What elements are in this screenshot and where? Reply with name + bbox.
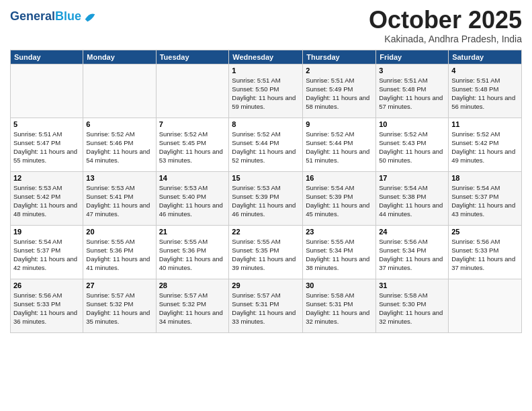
calendar-cell: 14Sunrise: 5:53 AM Sunset: 5:40 PM Dayli… [156,171,229,225]
day-number: 10 [379,120,445,128]
calendar-cell [11,64,83,118]
calendar-cell: 24Sunrise: 5:56 AM Sunset: 5:34 PM Dayli… [376,225,449,279]
header: GeneralBlue October 2025 Kakinada, Andhr… [10,7,522,44]
day-info: Sunrise: 5:58 AM Sunset: 5:31 PM Dayligh… [306,291,373,326]
calendar-cell: 21Sunrise: 5:55 AM Sunset: 5:36 PM Dayli… [156,225,229,279]
day-number: 2 [306,66,373,75]
calendar-week-0: 1Sunrise: 5:51 AM Sunset: 5:50 PM Daylig… [11,64,522,118]
day-info: Sunrise: 5:54 AM Sunset: 5:38 PM Dayligh… [379,183,445,219]
day-number: 28 [159,281,226,289]
calendar-cell: 28Sunrise: 5:57 AM Sunset: 5:32 PM Dayli… [156,279,229,332]
day-info: Sunrise: 5:56 AM Sunset: 5:34 PM Dayligh… [379,237,445,273]
logo: GeneralBlue [10,9,97,24]
day-number: 13 [86,174,152,182]
day-number: 16 [306,174,373,182]
day-info: Sunrise: 5:57 AM Sunset: 5:32 PM Dayligh… [159,291,226,326]
page: GeneralBlue October 2025 Kakinada, Andhr… [0,0,532,411]
day-info: Sunrise: 5:53 AM Sunset: 5:42 PM Dayligh… [13,183,80,219]
day-info: Sunrise: 5:55 AM Sunset: 5:34 PM Dayligh… [306,237,373,273]
day-number: 8 [232,120,300,128]
month-title: October 2025 [369,7,522,34]
day-number: 20 [86,228,152,236]
day-number: 24 [379,228,445,236]
day-info: Sunrise: 5:51 AM Sunset: 5:47 PM Dayligh… [13,130,80,165]
day-number: 6 [86,120,152,128]
calendar-week-2: 12Sunrise: 5:53 AM Sunset: 5:42 PM Dayli… [11,171,522,225]
day-info: Sunrise: 5:55 AM Sunset: 5:35 PM Dayligh… [232,237,300,273]
day-number: 22 [232,228,300,236]
calendar-cell [156,64,229,118]
day-info: Sunrise: 5:55 AM Sunset: 5:36 PM Dayligh… [159,237,226,273]
day-number: 5 [13,120,80,128]
day-number: 14 [159,174,226,182]
day-info: Sunrise: 5:56 AM Sunset: 5:33 PM Dayligh… [13,291,80,326]
calendar-week-4: 26Sunrise: 5:56 AM Sunset: 5:33 PM Dayli… [11,279,522,332]
day-number: 31 [379,281,445,289]
calendar-cell: 22Sunrise: 5:55 AM Sunset: 5:35 PM Dayli… [229,225,303,279]
calendar-cell: 9Sunrise: 5:52 AM Sunset: 5:44 PM Daylig… [303,118,376,171]
col-thursday: Thursday [303,50,376,64]
day-number: 7 [159,120,226,128]
subtitle: Kakinada, Andhra Pradesh, India [369,34,522,44]
logo-icon [83,9,97,24]
col-friday: Friday [376,50,449,64]
calendar-header-row: Sunday Monday Tuesday Wednesday Thursday… [11,50,522,64]
day-info: Sunrise: 5:58 AM Sunset: 5:30 PM Dayligh… [379,291,445,326]
day-info: Sunrise: 5:51 AM Sunset: 5:48 PM Dayligh… [379,76,445,111]
col-monday: Monday [83,50,156,64]
calendar-cell: 30Sunrise: 5:58 AM Sunset: 5:31 PM Dayli… [303,279,376,332]
day-number: 23 [306,228,373,236]
day-number: 30 [306,281,373,289]
col-wednesday: Wednesday [229,50,303,64]
calendar-cell: 26Sunrise: 5:56 AM Sunset: 5:33 PM Dayli… [11,279,83,332]
day-number: 25 [451,228,519,236]
calendar-cell: 29Sunrise: 5:57 AM Sunset: 5:31 PM Dayli… [229,279,303,332]
calendar-table: Sunday Monday Tuesday Wednesday Thursday… [10,50,522,333]
day-number: 3 [379,66,445,75]
day-number: 15 [232,174,300,182]
logo-text: GeneralBlue [10,10,81,24]
calendar-cell: 4Sunrise: 5:51 AM Sunset: 5:48 PM Daylig… [449,64,522,118]
calendar-cell: 12Sunrise: 5:53 AM Sunset: 5:42 PM Dayli… [11,171,83,225]
calendar-cell [83,64,156,118]
day-info: Sunrise: 5:51 AM Sunset: 5:48 PM Dayligh… [451,76,519,111]
day-number: 18 [451,174,519,182]
calendar-cell: 11Sunrise: 5:52 AM Sunset: 5:42 PM Dayli… [449,118,522,171]
calendar-cell: 5Sunrise: 5:51 AM Sunset: 5:47 PM Daylig… [11,118,83,171]
calendar-cell: 6Sunrise: 5:52 AM Sunset: 5:46 PM Daylig… [83,118,156,171]
title-block: October 2025 Kakinada, Andhra Pradesh, I… [369,7,522,44]
calendar-cell [449,279,522,332]
calendar-cell: 18Sunrise: 5:54 AM Sunset: 5:37 PM Dayli… [449,171,522,225]
calendar-cell: 15Sunrise: 5:53 AM Sunset: 5:39 PM Dayli… [229,171,303,225]
calendar-cell: 20Sunrise: 5:55 AM Sunset: 5:36 PM Dayli… [83,225,156,279]
day-number: 9 [306,120,373,128]
day-number: 4 [451,66,519,75]
day-info: Sunrise: 5:54 AM Sunset: 5:37 PM Dayligh… [451,183,519,219]
day-info: Sunrise: 5:53 AM Sunset: 5:41 PM Dayligh… [86,183,152,219]
calendar-cell: 17Sunrise: 5:54 AM Sunset: 5:38 PM Dayli… [376,171,449,225]
day-number: 29 [232,281,300,289]
day-info: Sunrise: 5:52 AM Sunset: 5:43 PM Dayligh… [379,130,445,165]
col-saturday: Saturday [449,50,522,64]
col-tuesday: Tuesday [156,50,229,64]
day-info: Sunrise: 5:57 AM Sunset: 5:32 PM Dayligh… [86,291,152,326]
calendar-cell: 19Sunrise: 5:54 AM Sunset: 5:37 PM Dayli… [11,225,83,279]
calendar-cell: 3Sunrise: 5:51 AM Sunset: 5:48 PM Daylig… [376,64,449,118]
calendar-cell: 23Sunrise: 5:55 AM Sunset: 5:34 PM Dayli… [303,225,376,279]
day-info: Sunrise: 5:54 AM Sunset: 5:39 PM Dayligh… [306,183,373,219]
calendar-cell: 25Sunrise: 5:56 AM Sunset: 5:33 PM Dayli… [449,225,522,279]
day-info: Sunrise: 5:52 AM Sunset: 5:44 PM Dayligh… [306,130,373,165]
day-number: 27 [86,281,152,289]
calendar-cell: 2Sunrise: 5:51 AM Sunset: 5:49 PM Daylig… [303,64,376,118]
day-number: 26 [13,281,80,289]
day-number: 17 [379,174,445,182]
day-info: Sunrise: 5:53 AM Sunset: 5:39 PM Dayligh… [232,183,300,219]
day-info: Sunrise: 5:52 AM Sunset: 5:42 PM Dayligh… [451,130,519,165]
calendar-week-1: 5Sunrise: 5:51 AM Sunset: 5:47 PM Daylig… [11,118,522,171]
day-info: Sunrise: 5:55 AM Sunset: 5:36 PM Dayligh… [86,237,152,273]
calendar-cell: 1Sunrise: 5:51 AM Sunset: 5:50 PM Daylig… [229,64,303,118]
day-number: 11 [451,120,519,128]
day-info: Sunrise: 5:52 AM Sunset: 5:46 PM Dayligh… [86,130,152,165]
day-info: Sunrise: 5:52 AM Sunset: 5:44 PM Dayligh… [232,130,300,165]
logo-text-blue: Blue [55,9,81,23]
